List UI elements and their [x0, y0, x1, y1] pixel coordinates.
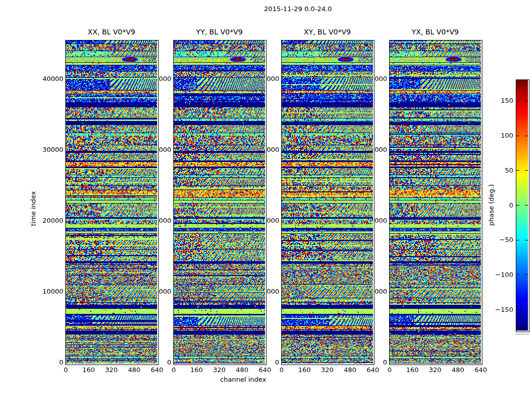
y-tick-label: 20000	[33, 216, 63, 225]
subplot-title-xy: XY, BL V0*V9	[272, 28, 383, 37]
figure-title: 2015-11-29 0.0-24.0	[222, 5, 374, 13]
y-tick-label: 30000	[33, 145, 63, 154]
subplot-title-yy: YY, BL V0*V9	[164, 28, 275, 37]
subplot-title-xx: XX, BL V0*V9	[56, 28, 167, 37]
colorbar-axis-label: phase (deg.)	[487, 170, 496, 240]
heatmap-canvas-xy	[282, 40, 373, 363]
x-axis-label: channel index	[193, 376, 294, 383]
subplot-xx	[65, 40, 159, 365]
heatmap-canvas-yy	[174, 40, 265, 363]
y-tick-label: 0	[33, 358, 63, 367]
y-axis-label: time index	[29, 173, 37, 244]
subplot-xy	[281, 40, 374, 365]
heatmap-canvas-yx	[390, 40, 481, 363]
phase-waterfall-figure: 2015-11-29 0.0-24.0 XX, BL V0*V9 YY, BL …	[0, 0, 532, 405]
subplot-yy	[173, 40, 267, 365]
y-tick-label: 10000	[33, 287, 63, 296]
colorbar-underline	[516, 334, 528, 335]
heatmap-canvas-xx	[66, 40, 157, 363]
subplot-yx	[389, 40, 482, 365]
subplot-title-yx: YX, BL V0*V9	[379, 28, 491, 37]
colorbar	[516, 79, 529, 332]
y-tick-label: 40000	[33, 74, 63, 84]
colorbar-gradient	[516, 80, 528, 331]
